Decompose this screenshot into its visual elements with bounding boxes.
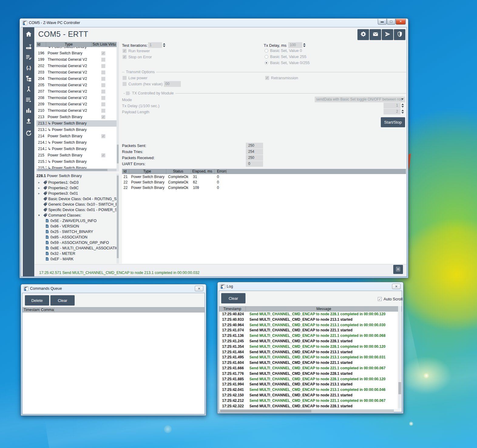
node-row[interactable]: 214Power Switch Binary — [36, 133, 117, 139]
log-column-header[interactable]: Timestamp — [219, 306, 246, 312]
log-row[interactable]: 17:25:42.212Send MULTI_CHANNEL_CMD_ENCAP… — [219, 398, 397, 404]
log-row[interactable]: 17:25:41.666Send MULTI_CHANNEL_CMD_ENCAP… — [219, 366, 397, 371]
command-class-item[interactable]: 0x25 - SWITCH_BINARY — [36, 229, 117, 234]
log-clear-button[interactable]: Clear — [221, 293, 245, 303]
listening-checkbox[interactable] — [101, 70, 105, 74]
log-row[interactable]: 17:25:41.495Send MULTI_CHANNEL_CMD_ENCAP… — [219, 355, 397, 360]
tx-module-checkbox[interactable] — [126, 91, 130, 95]
listening-checkbox[interactable] — [101, 102, 105, 106]
auto-scroll-checkbox[interactable] — [378, 297, 382, 301]
retransmission-checkbox[interactable] — [265, 76, 269, 80]
node-row[interactable]: 196Power Switch Binary — [36, 50, 117, 56]
listening-checkbox[interactable] — [101, 153, 105, 157]
listening-checkbox[interactable] — [101, 77, 105, 81]
network-device-icon[interactable] — [23, 43, 34, 50]
table-row[interactable]: 21Power Switch BinaryCompleteOk310 — [122, 174, 406, 180]
results-column-header[interactable]: Id — [122, 169, 129, 174]
tree-item[interactable]: ▸Properties1: 0xD3 — [36, 180, 117, 185]
node-row[interactable]: 215.1↳ Power Switch Binary — [36, 159, 117, 165]
node-row[interactable]: 215Power Switch Binary — [36, 152, 117, 159]
listening-checkbox[interactable] — [101, 109, 105, 113]
node-row[interactable]: 213.2↳ Power Switch Binary — [36, 127, 117, 133]
mail-button[interactable] — [370, 29, 381, 40]
command-class-item[interactable]: 0x5E - ZWAVEPLUS_INFO — [36, 218, 117, 224]
node-row[interactable]: 215.2↳ Power Switch Binary — [36, 165, 117, 169]
tree-item[interactable]: Basic Device Class: 0x04 - ROUTING_SLAVE — [36, 196, 117, 202]
log-row[interactable]: 17:25:42.041Send MULTI_CHANNEL_CMD_ENCAP… — [219, 387, 397, 393]
home-icon[interactable] — [23, 30, 34, 38]
log-row[interactable]: 17:25:42.322Send MULTI_CHANNEL_CMD_ENCAP… — [219, 404, 397, 409]
settings-button[interactable] — [357, 29, 369, 40]
listening-checkbox[interactable] — [101, 115, 105, 119]
tx-delay-spinner[interactable] — [303, 42, 306, 48]
node-column-header[interactable]: Sche — [92, 42, 99, 47]
node-column-header[interactable]: Type — [46, 42, 92, 47]
close-button[interactable]: ✕ — [396, 19, 406, 25]
results-column-header[interactable]: Elapsed, ms — [191, 169, 215, 174]
tree-item[interactable]: ▸Properties2: 0x9C — [36, 185, 117, 191]
expand-expander-icon[interactable]: ▸ — [38, 191, 42, 196]
node-column-header[interactable]: Liste — [99, 42, 107, 47]
hierarchy-icon[interactable] — [23, 74, 34, 82]
node-row[interactable]: 214.1↳ Power Switch Binary — [36, 139, 117, 146]
log-row[interactable]: 17:25:41.776Send MULTI_CHANNEL_CMD_ENCAP… — [219, 371, 397, 377]
table-row[interactable]: 22Power Switch BinaryCompleteOk1090 — [122, 185, 406, 190]
queue-column-header[interactable]: Timestamp — [22, 307, 40, 313]
log-row[interactable]: 17:25:40.933Send MULTI_CHANNEL_CMD_ENCAP… — [219, 317, 397, 323]
command-class-item[interactable]: 0xEF - MARK — [36, 256, 117, 262]
tree-item[interactable]: Specific Device Class: 0x01 - POWER_SWIT… — [36, 207, 117, 213]
main-window-titlebar[interactable]: COM5 - Z-Wave PC Controller ▬ ▢ ✕ — [20, 19, 408, 27]
listening-checkbox[interactable] — [101, 96, 105, 100]
node-row[interactable]: 203Thermostat General V2 — [36, 69, 117, 76]
node-list-hscrollbar[interactable] — [36, 169, 117, 171]
command-class-item[interactable]: 0x59 - ASSOCIATION_GRP_INFO — [36, 240, 117, 245]
node-row[interactable]: 205Thermostat General V2 — [36, 82, 117, 88]
list-check-icon[interactable] — [23, 53, 34, 61]
collapse-expander-icon[interactable]: ▾ — [38, 213, 42, 218]
bar-chart-icon[interactable] — [23, 106, 34, 114]
node-column-header[interactable]: Id — [36, 42, 46, 47]
listening-checkbox[interactable] — [101, 58, 105, 62]
split-route-icon[interactable] — [23, 85, 34, 93]
minimize-button[interactable]: ▬ — [378, 19, 387, 25]
module-tx-delay-input[interactable]: 1 — [384, 103, 401, 108]
log-hscrollbar[interactable] — [220, 409, 394, 413]
listening-checkbox[interactable] — [101, 90, 105, 94]
command-class-item[interactable]: 0x86 - VERSION — [36, 224, 117, 229]
node-row[interactable]: 202Thermostat General V2 — [36, 63, 117, 69]
node-row[interactable]: ↳ Power Switch Binary — [36, 47, 117, 50]
command-class-item[interactable]: 0x85 - ASSOCIATION — [36, 234, 117, 240]
log-row[interactable]: 17:25:41.464Send MULTI_CHANNEL_CMD_ENCAP… — [219, 350, 397, 355]
module-tx-delay-spinner[interactable] — [401, 103, 404, 108]
results-column-header[interactable]: Status — [166, 169, 191, 174]
mode-dropdown[interactable]: sendData with Basic Set toggle ON/OFF be… — [315, 97, 405, 102]
results-column-header[interactable]: Errors — [215, 169, 227, 174]
node-info-vscrollbar[interactable] — [117, 174, 119, 264]
radio-button[interactable] — [265, 55, 268, 59]
radio-button[interactable] — [265, 49, 268, 53]
log-row[interactable]: 17:25:41.074Send MULTI_CHANNEL_CMD_ENCAP… — [219, 328, 397, 333]
list-play-icon[interactable] — [23, 96, 34, 104]
tree-item[interactable]: Generic Device Class: 0x10 - SWITCH_BINA… — [36, 202, 117, 207]
send-button[interactable] — [382, 29, 393, 40]
log-row[interactable]: 17:25:41.354Send MULTI_CHANNEL_CMD_ENCAP… — [219, 344, 397, 350]
node-column-header[interactable]: Virtu — [107, 42, 117, 47]
tx-delay-input[interactable]: 100 — [288, 42, 302, 48]
expand-expander-icon[interactable]: ▸ — [38, 180, 42, 185]
listening-checkbox[interactable] — [101, 134, 105, 138]
log-row[interactable]: 17:25:41.994Send MULTI_CHANNEL_CMD_ENCAP… — [219, 382, 397, 387]
radio-button[interactable] — [265, 61, 268, 65]
log-vscrollbar[interactable] — [398, 306, 401, 408]
clear-button[interactable]: Clear — [50, 295, 75, 306]
log-row[interactable]: 17:25:40.824Send MULTI_CHANNEL_CMD_ENCAP… — [219, 312, 397, 317]
braces-icon[interactable]: {..} — [23, 64, 34, 72]
node-row[interactable]: 209Thermostat General V2 — [36, 101, 117, 108]
node-row[interactable]: 204Thermostat General V2 — [36, 76, 117, 82]
node-row[interactable]: 214.2↳ Power Switch Binary — [36, 146, 117, 152]
command-class-item[interactable]: 0x32 - METER — [36, 251, 117, 256]
tree-item[interactable]: ▸Properties3: 0x01 — [36, 191, 117, 196]
payload-length-input[interactable]: 2 — [384, 109, 401, 115]
low-power-checkbox[interactable] — [123, 76, 127, 80]
listening-checkbox[interactable] — [101, 51, 105, 55]
payload-length-spinner[interactable] — [401, 109, 404, 115]
